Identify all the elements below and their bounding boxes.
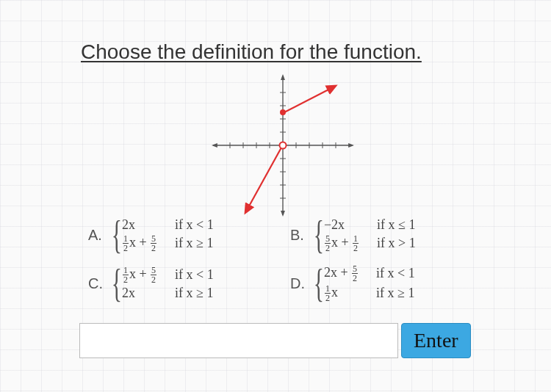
svg-point-21 — [280, 109, 286, 115]
piece-cond: if x > 1 — [359, 233, 416, 253]
choice-label: C. — [88, 275, 106, 292]
answer-input[interactable] — [79, 323, 398, 358]
svg-point-19 — [280, 142, 287, 149]
piece-cond: if x < 1 — [359, 264, 415, 283]
choice-d[interactable]: D. { 2x + 52if x < 1 12xif x ≥ 1 — [290, 264, 485, 303]
brace-icon: { — [112, 217, 122, 253]
choice-label: B. — [290, 227, 308, 244]
piece-cond: if x < 1 — [157, 265, 214, 285]
piece-expr: 2x — [122, 285, 157, 302]
piece-cond: if x ≥ 1 — [157, 233, 214, 253]
svg-line-18 — [246, 148, 281, 211]
svg-line-20 — [284, 87, 334, 112]
piece-cond: if x ≥ 1 — [157, 285, 214, 302]
brace-icon: { — [314, 217, 324, 253]
choice-b[interactable]: B. { −2xif x ≤ 1 52x + 12if x > 1 — [290, 217, 485, 253]
piece-expr: 52x + 12 — [324, 233, 359, 253]
choice-label: D. — [290, 275, 308, 292]
brace-icon: { — [314, 266, 324, 302]
question-title: Choose the definition for the function. — [81, 40, 422, 64]
choice-a[interactable]: A. { 2xif x < 1 12x + 52if x ≥ 1 — [88, 217, 283, 253]
choice-c[interactable]: C. { 12x + 52if x < 1 2xif x ≥ 1 — [88, 264, 283, 303]
answer-choices: A. { 2xif x < 1 12x + 52if x ≥ 1 B. { −2… — [88, 217, 485, 303]
piece-expr: 12x + 52 — [122, 265, 157, 285]
piece-expr: 12x — [324, 283, 359, 303]
piece-expr: −2x — [324, 217, 359, 233]
piece-cond: if x < 1 — [157, 217, 214, 233]
choice-label: A. — [88, 227, 106, 244]
piece-cond: if x ≤ 1 — [359, 217, 416, 233]
brace-icon: { — [112, 266, 122, 302]
piece-expr: 12x + 52 — [122, 233, 157, 253]
enter-button[interactable]: Enter — [401, 323, 471, 358]
function-graph — [202, 65, 364, 226]
piece-expr: 2x — [122, 217, 157, 233]
piece-cond: if x ≥ 1 — [359, 283, 415, 303]
piece-expr: 2x + 52 — [324, 264, 359, 283]
